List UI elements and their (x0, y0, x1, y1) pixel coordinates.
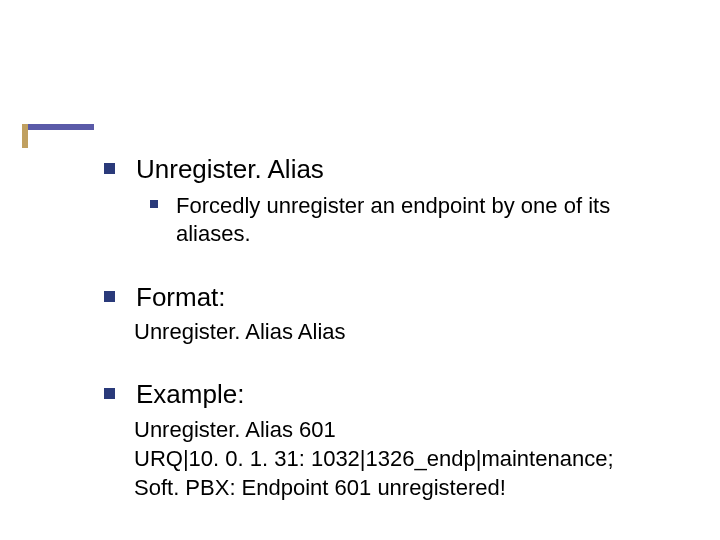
spacer (110, 354, 650, 378)
spacer (110, 257, 650, 281)
square-bullet-icon (104, 291, 115, 302)
accent-horizontal-bar (22, 124, 94, 130)
level1-text: Unregister. Alias (136, 153, 650, 186)
level1-text: Format: (136, 281, 650, 314)
example-line-2: URQ|10. 0. 1. 31: 1032|1326_endp|mainten… (134, 444, 650, 473)
example-line-3: Soft. PBX: Endpoint 601 unregistered! (134, 473, 650, 502)
format-body: Unregister. Alias Alias (134, 317, 650, 346)
bullet-item-unregister-alias: Unregister. Alias Forcedly unregister an… (110, 153, 650, 249)
slide: Unregister. Alias Forcedly unregister an… (0, 0, 720, 540)
content-area: Unregister. Alias Forcedly unregister an… (110, 153, 650, 510)
bullet-item-format: Format: Unregister. Alias Alias (110, 281, 650, 347)
level2-text: Forcedly unregister an endpoint by one o… (176, 192, 650, 249)
bullet-item-example: Example: Unregister. Alias 601 URQ|10. 0… (110, 378, 650, 502)
level1-text: Example: (136, 378, 650, 411)
square-bullet-icon (104, 163, 115, 174)
accent-vertical-bar (22, 124, 28, 148)
corner-accent (22, 124, 94, 148)
example-line-1: Unregister. Alias 601 (134, 415, 650, 444)
square-bullet-icon (104, 388, 115, 399)
square-bullet-icon (150, 200, 158, 208)
bullet-item-description: Forcedly unregister an endpoint by one o… (154, 192, 650, 249)
